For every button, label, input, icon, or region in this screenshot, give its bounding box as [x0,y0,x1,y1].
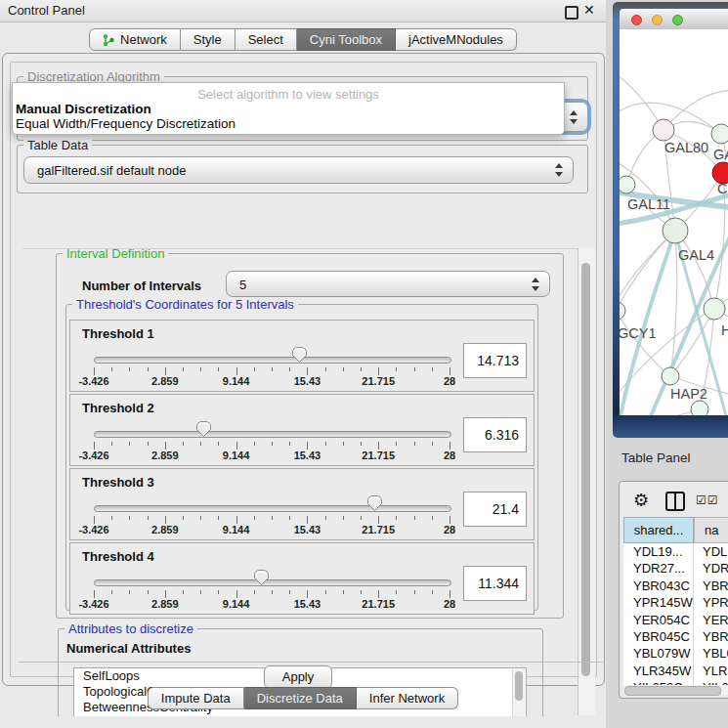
slider-tick [396,442,397,446]
table-row[interactable]: YLR345WYLR3 [623,663,728,679]
table-row[interactable]: YDR27...YDR2 [623,560,728,577]
slider-tick [165,367,166,375]
split-columns-icon[interactable] [665,492,685,511]
gear-icon[interactable]: ⚙ [633,490,649,511]
tab-impute-data[interactable]: Impute Data [148,687,244,709]
slider-tick-label: 21.715 [347,375,409,387]
threshold-2-box: Threshold 2-3.4262.8599.14415.4321.71528… [69,394,535,466]
slider-tick [307,442,308,450]
slider-tick [183,516,184,520]
table-row[interactable]: YBL079WYBL0 [623,645,728,662]
slider-track[interactable] [94,431,451,438]
threshold-value-field[interactable]: 21.4 [463,492,527,527]
slider-tick [183,590,184,594]
network-canvas[interactable]: GAL80GACGAL11GAL4GCY1HHAP2 [620,29,728,415]
tab-jactivemnodules[interactable]: jActiveMNodules [396,28,517,51]
panel-scrollbar[interactable] [578,248,595,715]
cyni-toolbox-panel: Discretization Algorithm Table Data galF… [2,53,605,686]
network-node[interactable] [711,124,728,144]
num-intervals-spinner[interactable]: 5 [226,271,550,297]
slider-tick [325,367,326,371]
slider-tick [218,442,219,446]
slider-tick-label: 15.43 [276,598,338,610]
tab-cyni-toolbox[interactable]: Cyni Toolbox [297,28,396,51]
popup-item-equal-width-frequency-discretization[interactable]: Equal Width/Frequency Discretization [16,116,236,131]
slider-track[interactable] [94,505,451,512]
slider-tick-label: 15.43 [276,375,338,387]
cell-name: YBR0 [703,578,728,593]
slider-track[interactable] [94,579,451,586]
spinner-arrows-icon [555,163,563,177]
cell-shared-name: YDL19... [633,544,683,559]
slider-tick [450,442,450,450]
node-label: C [717,181,727,196]
tab-style[interactable]: Style [181,28,236,51]
table-data-combo[interactable]: galFiltered.sif default node [23,156,574,184]
slider-tick [361,367,362,371]
threshold-value-field[interactable]: 11.344 [463,566,527,601]
slider-thumb[interactable] [195,420,212,442]
table-hscrollbar[interactable] [623,685,728,695]
settings-scroll-area: Interval Definition Number of Intervals … [22,248,578,716]
threshold-label: Threshold 2 [82,401,154,415]
checkbox-icons[interactable]: ☑☑ [696,493,719,507]
close-light-icon[interactable] [631,15,642,25]
zoom-light-icon[interactable] [672,15,683,25]
network-node[interactable] [620,176,635,193]
tab-infer-network[interactable]: Infer Network [357,687,458,709]
network-edge[interactable] [620,231,675,318]
cell-shared-name: YBL079W [633,646,691,661]
popup-item-manual-discretization[interactable]: Manual Discretization [16,102,151,116]
node-label: HAP2 [670,386,707,402]
apply-button[interactable]: Apply [264,665,332,689]
minimize-light-icon[interactable] [652,15,663,25]
network-node[interactable] [653,119,674,141]
column-header-shared-name[interactable]: shared... [623,517,694,543]
network-edge[interactable] [620,231,675,311]
panel-scrollbar-thumb[interactable] [581,263,590,676]
table-hscrollbar-thumb[interactable] [624,686,721,696]
slider-track[interactable] [94,357,451,364]
table-row[interactable]: YBR045CYBR0 [623,628,728,645]
threshold-3-box: Threshold 3-3.4262.8599.14415.4321.71528… [69,468,535,540]
network-node[interactable] [704,298,725,320]
slider-tick [343,590,344,594]
table-data-group-label: Table Data [23,138,92,152]
threshold-4-box: Threshold 4-3.4262.8599.14415.4321.71528… [69,542,535,615]
slider-tick-label: -3.426 [63,450,125,461]
slider-tick-label: 21.715 [347,598,409,610]
table-row[interactable]: YPR145WYPR1 [623,594,728,611]
slider-tick [414,516,415,520]
threshold-value-field[interactable]: 14.713 [463,343,527,378]
tab-select[interactable]: Select [236,28,297,51]
table-row[interactable]: YER054CYER0 [623,612,728,628]
network-node[interactable] [663,218,688,243]
tab-discretize-data[interactable]: Discretize Data [244,687,357,709]
table-row[interactable]: YBR043CYBR0 [623,578,728,594]
network-edge[interactable] [620,68,664,130]
bottom-tab-bar: Impute DataDiscretize DataInfer Network [0,687,606,709]
network-node[interactable] [691,401,708,415]
cell-shared-name: YER054C [633,613,690,627]
tab-network[interactable]: Network [89,28,181,51]
table-row[interactable]: YDL19...YDL1 [623,543,728,560]
slider-tick [200,442,201,446]
slider-tick [183,442,184,446]
network-view-window[interactable]: GAL80GACGAL11GAL4GCY1HHAP2 [613,2,728,438]
slider-tick [414,590,415,594]
slider-thumb[interactable] [366,494,383,516]
network-node[interactable] [620,302,625,320]
slider-tick [129,516,130,520]
network-node[interactable] [662,367,679,385]
column-header-name[interactable]: na [694,517,728,543]
slider-tick [236,367,237,375]
slider-thumb[interactable] [291,346,308,367]
slider-tick [432,516,433,520]
node-label: GAL80 [664,140,708,155]
threshold-value-field[interactable]: 6.316 [463,417,527,452]
close-icon[interactable]: ✕ [583,2,595,18]
slider-thumb[interactable] [253,569,270,590]
slider-tick [361,590,362,594]
float-icon[interactable] [565,6,578,20]
tab-label: Select [248,29,283,50]
